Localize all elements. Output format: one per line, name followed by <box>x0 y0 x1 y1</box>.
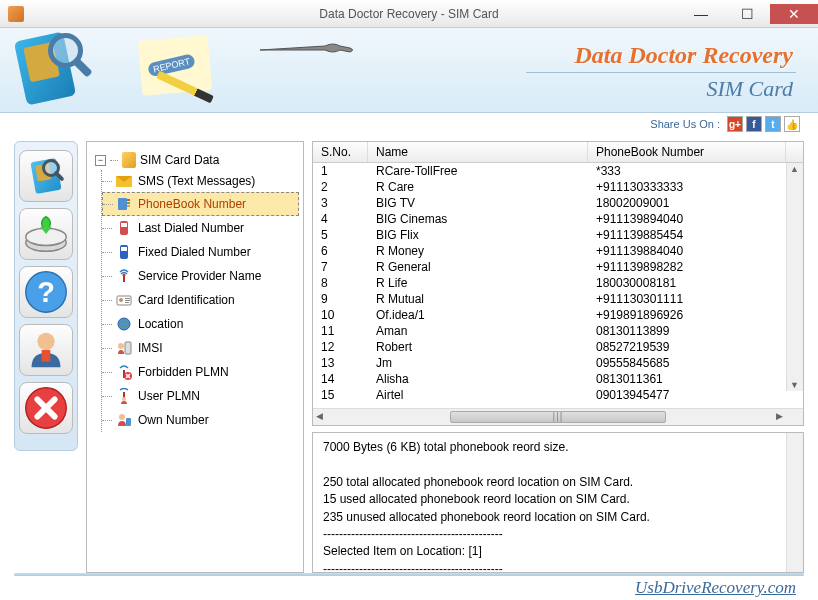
help-icon: ? <box>20 266 72 318</box>
cell-phonebook-number: *333 <box>588 163 803 179</box>
svg-point-26 <box>119 414 125 420</box>
tree-item-label: Fixed Dialed Number <box>138 245 251 259</box>
collapse-icon[interactable]: − <box>95 155 106 166</box>
table-row[interactable]: 11Aman08130113899 <box>313 323 803 339</box>
user-button[interactable] <box>19 324 73 376</box>
cell-phonebook-number: +911139884040 <box>588 243 803 259</box>
fixeddialed-icon <box>116 244 132 260</box>
svg-rect-9 <box>127 202 130 204</box>
horizontal-scrollbar[interactable] <box>313 408 803 425</box>
close-icon <box>20 382 72 434</box>
tree-item-userplmn[interactable]: User PLMN <box>102 384 299 408</box>
tree-children: SMS (Text Messages) PhoneBook Number Las… <box>101 170 299 432</box>
table-row[interactable]: 3BIG TV18002009001 <box>313 195 803 211</box>
svg-rect-20 <box>125 302 129 303</box>
svg-rect-18 <box>125 298 130 299</box>
help-button[interactable]: ? <box>19 266 73 318</box>
cell-name: R Money <box>368 243 588 259</box>
tree-item-forbiddenplmn[interactable]: Forbidden PLMN <box>102 360 299 384</box>
cell-name: R Life <box>368 275 588 291</box>
svg-point-4 <box>37 333 54 350</box>
tree-item-imsi[interactable]: IMSI <box>102 336 299 360</box>
tree-item-sms[interactable]: SMS (Text Messages) <box>102 170 299 192</box>
svg-rect-23 <box>125 342 131 354</box>
table-row[interactable]: 6R Money+911139884040 <box>313 243 803 259</box>
pen-graphic <box>255 38 365 58</box>
footer-link[interactable]: UsbDriveRecovery.com <box>635 578 796 598</box>
vertical-scrollbar[interactable] <box>786 163 803 391</box>
table-row[interactable]: 2R Care+911130333333 <box>313 179 803 195</box>
tree-item-fixeddialed[interactable]: Fixed Dialed Number <box>102 240 299 264</box>
tree-item-label: Last Dialed Number <box>138 221 244 235</box>
tree-item-label: SMS (Text Messages) <box>138 174 255 188</box>
svg-point-25 <box>122 397 126 401</box>
search-sim-button[interactable] <box>19 150 73 202</box>
cell-name: BIG Cinemas <box>368 211 588 227</box>
table-row[interactable]: 10Of.idea/1+919891896926 <box>313 307 803 323</box>
share-label: Share Us On : <box>650 118 720 130</box>
cell-sno: 11 <box>313 323 368 339</box>
table-row[interactable]: 15Airtel09013945477 <box>313 387 803 403</box>
close-button[interactable]: ✕ <box>770 4 818 24</box>
column-phonebook-number[interactable]: PhoneBook Number <box>588 142 786 162</box>
cell-sno: 7 <box>313 259 368 275</box>
tree-item-ownnumber[interactable]: Own Number <box>102 408 299 432</box>
info-divider: ----------------------------------------… <box>323 526 793 543</box>
save-drive-button[interactable] <box>19 208 73 260</box>
cell-phonebook-number: 09555845685 <box>588 355 803 371</box>
cell-sno: 14 <box>313 371 368 387</box>
table-row[interactable]: 14Alisha0813011361 <box>313 371 803 387</box>
column-name[interactable]: Name <box>368 142 588 162</box>
google-plus-icon[interactable]: g+ <box>727 116 743 132</box>
cell-name: BIG Flix <box>368 227 588 243</box>
titlebar: Data Doctor Recovery - SIM Card — ☐ ✕ <box>0 0 818 28</box>
cell-sno: 5 <box>313 227 368 243</box>
user-icon <box>20 324 72 376</box>
right-panel: S.No. Name PhoneBook Number 1RCare-TollF… <box>312 141 804 573</box>
table-row[interactable]: 5BIG Flix+911139885454 <box>313 227 803 243</box>
tree-root[interactable]: − SIM Card Data <box>91 150 299 170</box>
cell-sno: 2 <box>313 179 368 195</box>
own-number-icon <box>116 412 132 428</box>
scroll-thumb[interactable] <box>450 411 666 423</box>
minimize-button[interactable]: — <box>678 4 724 24</box>
tree-item-label: Location <box>138 317 183 331</box>
tree-item-label: Forbidden PLMN <box>138 365 229 379</box>
table-row[interactable]: 13Jm09555845685 <box>313 355 803 371</box>
cell-sno: 4 <box>313 211 368 227</box>
table-row[interactable]: 12Robert08527219539 <box>313 339 803 355</box>
table-row[interactable]: 8R Life180030008181 <box>313 275 803 291</box>
tree-item-serviceprovider[interactable]: Service Provider Name <box>102 264 299 288</box>
table-body: 1RCare-TollFree*3332R Care+9111303333333… <box>313 163 803 408</box>
tree-item-phonebook[interactable]: PhoneBook Number <box>102 192 299 216</box>
like-icon[interactable]: 👍 <box>784 116 800 132</box>
cell-name: RCare-TollFree <box>368 163 588 179</box>
table-row[interactable]: 9R Mutual+911130301111 <box>313 291 803 307</box>
info-used-allocated: 15 used allocated phonebook reord locati… <box>323 491 793 508</box>
tree-item-lastdialed[interactable]: Last Dialed Number <box>102 216 299 240</box>
tree-item-cardid[interactable]: Card Identification <box>102 288 299 312</box>
table-row[interactable]: 1RCare-TollFree*333 <box>313 163 803 179</box>
facebook-icon[interactable]: f <box>746 116 762 132</box>
cell-sno: 10 <box>313 307 368 323</box>
svg-rect-5 <box>42 350 51 362</box>
svg-point-15 <box>123 274 126 277</box>
table-row[interactable]: 7R General+911139898282 <box>313 259 803 275</box>
twitter-icon[interactable]: t <box>765 116 781 132</box>
tree-item-label: Service Provider Name <box>138 269 261 283</box>
cell-phonebook-number: 0813011361 <box>588 371 803 387</box>
table-header: S.No. Name PhoneBook Number <box>313 142 803 163</box>
maximize-button[interactable]: ☐ <box>724 4 770 24</box>
exit-button[interactable] <box>19 382 73 434</box>
info-scrollbar[interactable] <box>786 433 803 572</box>
info-total-size: 7000 Bytes (6 KB) total phonebook reord … <box>323 439 793 456</box>
column-sno[interactable]: S.No. <box>313 142 368 162</box>
tree-item-label: User PLMN <box>138 389 200 403</box>
svg-rect-14 <box>121 247 127 251</box>
tree-item-location[interactable]: Location <box>102 312 299 336</box>
table-row[interactable]: 4BIG Cinemas+911139894040 <box>313 211 803 227</box>
cell-sno: 9 <box>313 291 368 307</box>
banner-subtitle: SIM Card <box>706 76 793 102</box>
cell-name: Aman <box>368 323 588 339</box>
info-panel: 7000 Bytes (6 KB) total phonebook reord … <box>312 432 804 573</box>
